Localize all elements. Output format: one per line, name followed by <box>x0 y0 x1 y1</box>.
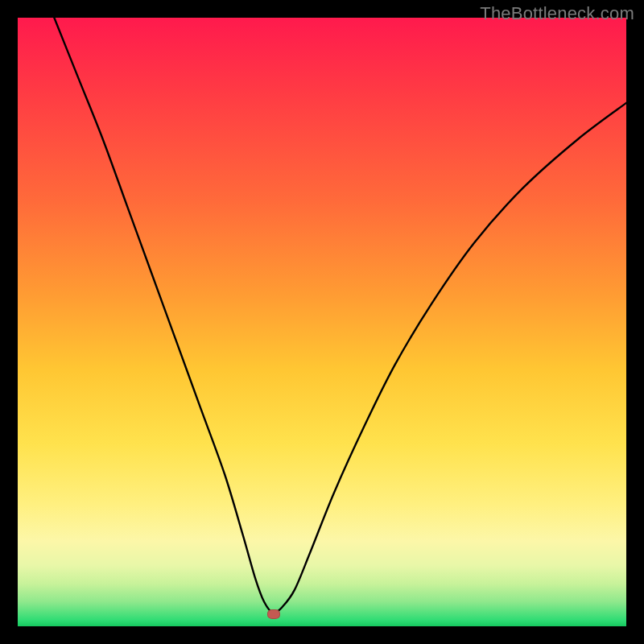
bottleneck-curve <box>18 18 626 626</box>
chart-frame: TheBottleneck.com <box>0 0 644 644</box>
watermark-label: TheBottleneck.com <box>480 3 634 24</box>
plot-area <box>18 18 626 626</box>
optimal-point-marker <box>267 609 280 619</box>
